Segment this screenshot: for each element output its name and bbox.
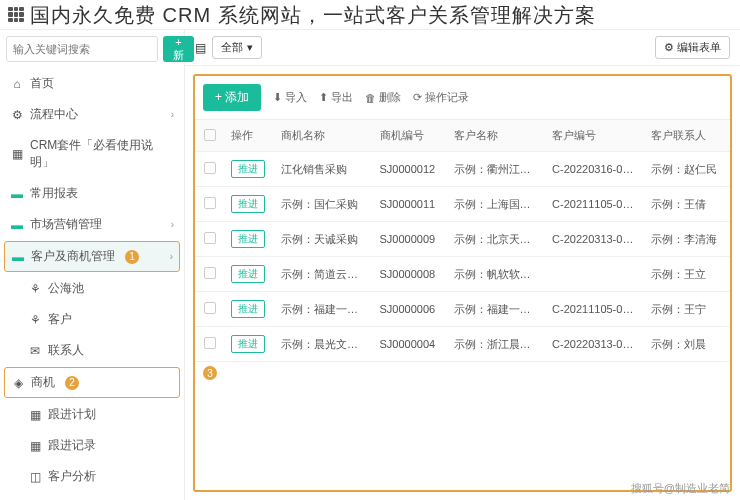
view-label: 全部	[221, 40, 243, 55]
export-link[interactable]: ⬆导出	[319, 90, 353, 105]
cell-contact: 示例：王宁	[645, 292, 730, 327]
nav-badge: 2	[65, 376, 79, 390]
nav-item-9[interactable]: ◈商机2	[4, 367, 180, 398]
content-box: + 添加 ⬇导入 ⬆导出 🗑删除 ⟳操作记录 操作商机名称商机编号客户名称客户编…	[193, 74, 732, 492]
col-header: 商机名称	[275, 120, 374, 152]
col-header: 客户名称	[448, 120, 547, 152]
cell-cust: 示例：帆软软件有限公司	[448, 257, 547, 292]
table-row[interactable]: 推进示例：国仁采购SJ0000011示例：上海国仁有限…C-20211105-0…	[195, 187, 730, 222]
view-selector[interactable]: 全部 ▾	[212, 36, 262, 59]
nav-label: 客户	[48, 311, 72, 328]
edit-table-label: 编辑表单	[677, 40, 721, 55]
cell-name: 示例：晨光文具设备…	[275, 327, 374, 362]
filter-icon[interactable]: ▤	[195, 41, 206, 55]
cell-contact: 示例：王倩	[645, 187, 730, 222]
row-checkbox[interactable]	[204, 267, 216, 279]
cell-name: 示例：天诚采购	[275, 222, 374, 257]
cell-code: SJ0000009	[374, 222, 448, 257]
nav-item-6[interactable]: ⚘公海池	[0, 273, 184, 304]
cell-name: 示例：简道云采购	[275, 257, 374, 292]
delete-link[interactable]: 🗑删除	[365, 90, 401, 105]
nav-icon: ▦	[28, 408, 42, 422]
push-button[interactable]: 推进	[231, 160, 265, 178]
nav-icon: ⌂	[10, 77, 24, 91]
table-row[interactable]: 推进示例：天诚采购SJ0000009示例：北京天诚软件…C-20220313-0…	[195, 222, 730, 257]
nav-item-8[interactable]: ✉联系人	[0, 335, 184, 366]
nav-label: 流程中心	[30, 106, 78, 123]
row-checkbox[interactable]	[204, 197, 216, 209]
toolbar: + 添加 ⬇导入 ⬆导出 🗑删除 ⟳操作记录	[195, 76, 730, 120]
nav-list: ⌂首页⚙流程中心›▦CRM套件「必看使用说明」▬常用报表▬市场营销管理›▬客户及…	[0, 68, 184, 500]
cell-name: 示例：国仁采购	[275, 187, 374, 222]
nav-item-3[interactable]: ▬常用报表	[0, 178, 184, 209]
cell-cust: 示例：福建一高集团	[448, 292, 547, 327]
table-row[interactable]: 推进示例：福建一高3月订单SJ0000006示例：福建一高集团C-2021110…	[195, 292, 730, 327]
push-button[interactable]: 推进	[231, 265, 265, 283]
nav-item-4[interactable]: ▬市场营销管理›	[0, 209, 184, 240]
sidebar: + 新建 ⌂首页⚙流程中心›▦CRM套件「必看使用说明」▬常用报表▬市场营销管理…	[0, 30, 185, 500]
cell-code: SJ0000006	[374, 292, 448, 327]
push-button[interactable]: 推进	[231, 195, 265, 213]
log-link[interactable]: ⟳操作记录	[413, 90, 469, 105]
add-button[interactable]: + 添加	[203, 84, 261, 111]
nav-label: 市场营销管理	[30, 216, 102, 233]
cell-cust: 示例：浙江晨光文具…	[448, 327, 547, 362]
nav-icon: ⚘	[28, 313, 42, 327]
nav-label: 跟进计划	[48, 406, 96, 423]
nav-item-11[interactable]: ▦跟进记录	[0, 430, 184, 461]
nav-icon: ▦	[10, 147, 24, 161]
nav-icon: ✉	[28, 344, 42, 358]
push-button[interactable]: 推进	[231, 335, 265, 353]
cell-code: SJ0000004	[374, 327, 448, 362]
push-button[interactable]: 推进	[231, 300, 265, 318]
footer-badge: 3	[203, 366, 217, 380]
apps-icon[interactable]	[8, 7, 24, 23]
table-row[interactable]: 推进示例：简道云采购SJ0000008示例：帆软软件有限公司示例：王立	[195, 257, 730, 292]
nav-item-5[interactable]: ▬客户及商机管理1›	[4, 241, 180, 272]
cell-ccode: C-20211105-0000001	[546, 187, 645, 222]
col-header: 客户编号	[546, 120, 645, 152]
edit-table-button[interactable]: ⚙ 编辑表单	[655, 36, 730, 59]
cell-cust: 示例：上海国仁有限…	[448, 187, 547, 222]
nav-label: 首页	[30, 75, 54, 92]
cell-ccode: C-20211105-0000004	[546, 292, 645, 327]
data-table: 操作商机名称商机编号客户名称客户编号客户联系人 推进江化销售采购SJ000001…	[195, 120, 730, 362]
nav-item-1[interactable]: ⚙流程中心›	[0, 99, 184, 130]
cell-code: SJ0000008	[374, 257, 448, 292]
import-link[interactable]: ⬇导入	[273, 90, 307, 105]
nav-item-2[interactable]: ▦CRM套件「必看使用说明」	[0, 130, 184, 178]
row-checkbox[interactable]	[204, 232, 216, 244]
row-checkbox[interactable]	[204, 337, 216, 349]
chevron-right-icon: ›	[171, 109, 174, 120]
table-row[interactable]: 推进江化销售采购SJ0000012示例：衢州江化集团C-20220316-000…	[195, 152, 730, 187]
nav-icon: ◈	[11, 376, 25, 390]
gear-icon: ⚙	[664, 41, 674, 54]
push-button[interactable]: 推进	[231, 230, 265, 248]
nav-label: 商机	[31, 374, 55, 391]
cell-code: SJ0000011	[374, 187, 448, 222]
export-icon: ⬆	[319, 91, 328, 104]
nav-badge: 1	[125, 250, 139, 264]
nav-label: 客户及商机管理	[31, 248, 115, 265]
cell-code: SJ0000012	[374, 152, 448, 187]
cell-ccode: C-20220316-0000001	[546, 152, 645, 187]
row-checkbox[interactable]	[204, 162, 216, 174]
table-row[interactable]: 推进示例：晨光文具设备…SJ0000004示例：浙江晨光文具…C-2022031…	[195, 327, 730, 362]
cell-ccode: C-20220313-0000004	[546, 327, 645, 362]
nav-item-10[interactable]: ▦跟进计划	[0, 399, 184, 430]
nav-item-13[interactable]: ◫商机分析	[0, 492, 184, 500]
search-input[interactable]	[6, 36, 158, 62]
nav-item-7[interactable]: ⚘客户	[0, 304, 184, 335]
nav-item-12[interactable]: ◫客户分析	[0, 461, 184, 492]
cell-cust: 示例：北京天诚软件…	[448, 222, 547, 257]
col-header: 商机编号	[374, 120, 448, 152]
cell-ccode: C-20220313-0000002	[546, 222, 645, 257]
nav-icon: ▬	[11, 250, 25, 264]
nav-label: 客户分析	[48, 468, 96, 485]
cell-name: 示例：福建一高3月订单	[275, 292, 374, 327]
checkbox-all[interactable]	[204, 129, 216, 141]
nav-label: 常用报表	[30, 185, 78, 202]
nav-item-0[interactable]: ⌂首页	[0, 68, 184, 99]
row-checkbox[interactable]	[204, 302, 216, 314]
overlay-title: 国内永久免费 CRM 系统网站，一站式客户关系管理解决方案	[30, 2, 596, 29]
